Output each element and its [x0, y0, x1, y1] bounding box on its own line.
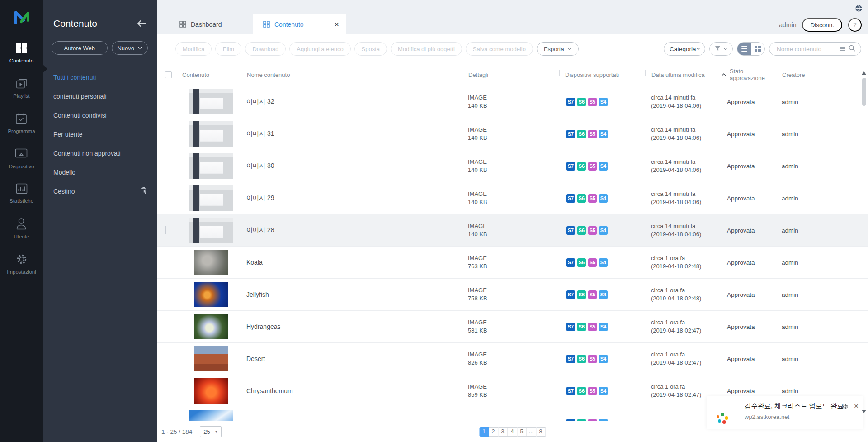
rail-item-impostazioni[interactable]: Impostazioni: [7, 253, 36, 275]
table-row[interactable]: 이미지 32 IMAGE140 KB S7S6S5S4 circa 14 min…: [157, 86, 868, 118]
page-button-5[interactable]: 5: [517, 427, 527, 437]
table-row[interactable]: 이미지 31 IMAGE140 KB S7S6S5S4 circa 14 min…: [157, 118, 868, 150]
tab-contenuto[interactable]: Contenuto ×: [253, 14, 346, 34]
creator: admin: [778, 227, 868, 234]
select-all-checkbox[interactable]: [165, 71, 172, 78]
elimina-button[interactable]: Elim: [215, 42, 241, 56]
menu-contenuti-personali[interactable]: contenuti personali: [43, 87, 157, 106]
col-dispositivi-supportati[interactable]: Dispositivi supportati: [559, 70, 645, 79]
web-author-button[interactable]: Autore Web: [52, 41, 108, 55]
creator: admin: [778, 99, 868, 105]
rail-item-utente[interactable]: Utente: [14, 218, 29, 239]
table-row[interactable]: 이미지 29 IMAGE140 KB S7S6S5S4 circa 14 min…: [157, 182, 868, 214]
new-button[interactable]: Nuovo: [112, 41, 148, 55]
content-name: 이미지 32: [242, 98, 462, 106]
content-details: IMAGE140 KB: [462, 190, 559, 206]
scrollbar-down-arrow[interactable]: [862, 410, 866, 413]
page-button-8[interactable]: 8: [536, 427, 546, 437]
rail-item-contenuto[interactable]: Contenuto: [9, 42, 33, 63]
menu-per-utente[interactable]: Per utente: [43, 125, 157, 144]
content-name: 이미지 30: [242, 162, 462, 170]
supported-devices: S7S6S5S4: [559, 323, 645, 331]
trash-icon[interactable]: [141, 187, 147, 196]
rail-item-label: Statistiche: [9, 198, 33, 204]
close-tab-icon[interactable]: ×: [334, 20, 339, 29]
search-icon[interactable]: [849, 45, 855, 53]
download-button[interactable]: Download: [245, 42, 286, 56]
menu-tutti-i-contenuti[interactable]: Tutti i contenuti: [43, 68, 157, 87]
notification-settings-icon[interactable]: [841, 403, 848, 411]
content-thumbnail: [194, 250, 228, 275]
col-dettagli[interactable]: Dettagli: [462, 70, 559, 79]
col-contenuto[interactable]: Contenuto: [180, 70, 242, 79]
device-badge-s7: S7: [566, 290, 575, 299]
esporta-button[interactable]: Esporta: [537, 42, 579, 56]
table-row[interactable]: 이미지 28 IMAGE140 KB S7S6S5S4 circa 14 min…: [157, 214, 868, 247]
page-button-4[interactable]: 4: [508, 427, 517, 437]
modifica-button[interactable]: Modifica: [175, 42, 212, 56]
device-badge-s5: S5: [588, 323, 597, 331]
device-badge-s4: S4: [599, 194, 608, 203]
language-globe-icon[interactable]: [855, 5, 863, 12]
salva-come-modello-button[interactable]: Salva come modello: [466, 42, 533, 56]
filter-dropdown[interactable]: [709, 42, 733, 56]
table-row[interactable]: Desert IMAGE826 KB S7S6S5S4 circa 1 ora …: [157, 343, 868, 375]
page-button-3[interactable]: 3: [498, 427, 508, 437]
approval-status: Approvata: [722, 99, 778, 105]
sposta-button[interactable]: Sposta: [354, 42, 387, 56]
table-row[interactable]: Jellyfish IMAGE758 KB S7S6S5S4 circa 1 o…: [157, 279, 868, 311]
last-modified: circa 14 minuti fa(2019-04-18 04:06): [645, 94, 722, 110]
search-input[interactable]: [777, 46, 836, 52]
content-details: IMAGE758 KB: [462, 286, 559, 303]
rail-item-programma[interactable]: Programma: [8, 113, 35, 134]
page-size-select[interactable]: 25 ▼: [200, 426, 222, 437]
aggiungi-a-elenco-button[interactable]: Aggiungi a elenco: [289, 42, 350, 56]
page-button-1[interactable]: 1: [479, 427, 489, 437]
rail-item-playlist[interactable]: Playlist: [13, 77, 29, 99]
gear-icon: [16, 253, 28, 266]
content-name: Koala: [242, 259, 462, 266]
device-badge-s4: S4: [599, 98, 608, 106]
tab-dashboard[interactable]: Dashboard: [170, 14, 253, 34]
list-view-button[interactable]: [737, 43, 751, 55]
col-creatore[interactable]: Creatore: [778, 70, 868, 79]
grid-view-button[interactable]: [751, 43, 764, 55]
menu-modello[interactable]: Modello: [43, 163, 157, 182]
modifica-piu-oggetti-button[interactable]: Modifica di più oggetti: [391, 42, 462, 56]
help-button[interactable]: ?: [848, 18, 862, 32]
table-row[interactable]: Koala IMAGE763 KB S7S6S5S4 circa 1 ora f…: [157, 247, 868, 279]
scrollbar-up-arrow[interactable]: [862, 71, 866, 75]
dashboard-tab-icon: [179, 21, 186, 28]
rail-item-label: Playlist: [13, 93, 29, 99]
page-button-2[interactable]: 2: [489, 427, 498, 437]
menu-cestino[interactable]: Cestino: [43, 182, 157, 201]
category-dropdown[interactable]: Categoria: [664, 42, 705, 56]
chevron-down-icon: [696, 48, 700, 50]
logout-button[interactable]: Disconn.: [802, 18, 842, 32]
content-details: IMAGE763 KB: [462, 254, 559, 271]
rail-item-dispositivo[interactable]: Dispositivo: [9, 148, 34, 169]
notification-close-icon[interactable]: ×: [854, 402, 859, 410]
col-data-ultima-modifica[interactable]: Data ultima modifica: [645, 70, 722, 79]
table-row[interactable]: Hydrangeas IMAGE581 KB S7S6S5S4 circa 1 …: [157, 311, 868, 343]
collapse-arrow-icon[interactable]: [137, 20, 147, 27]
table-row[interactable]: 이미지 30 IMAGE140 KB S7S6S5S4 circa 14 min…: [157, 150, 868, 182]
device-badge-s6: S6: [577, 290, 586, 299]
menu-contenuti-non-approvati[interactable]: Contenuti non approvati: [43, 144, 157, 163]
approval-status: Approvata: [722, 323, 778, 330]
rail-item-statistiche[interactable]: Statistiche: [9, 183, 33, 204]
menu-contenuti-condivisi[interactable]: Contenuti condivisi: [43, 106, 157, 125]
row-checkbox[interactable]: [165, 226, 166, 234]
table-body: 이미지 32 IMAGE140 KB S7S6S5S4 circa 14 min…: [157, 86, 868, 421]
content-thumbnail: [189, 185, 233, 211]
device-badge-s7: S7: [566, 387, 575, 395]
search-options-icon[interactable]: [840, 47, 845, 51]
device-badge-s5: S5: [588, 387, 597, 395]
approval-status: Approvata: [722, 195, 778, 202]
content-name: 이미지 28: [242, 226, 462, 234]
rail-item-label: Dispositivo: [9, 164, 34, 169]
playlist-icon: [16, 77, 28, 90]
col-stato-approvazione[interactable]: Stato approvazione: [722, 70, 778, 79]
scrollbar-thumb[interactable]: [862, 78, 866, 106]
col-nome-contenuto[interactable]: Nome contenuto: [242, 70, 462, 79]
